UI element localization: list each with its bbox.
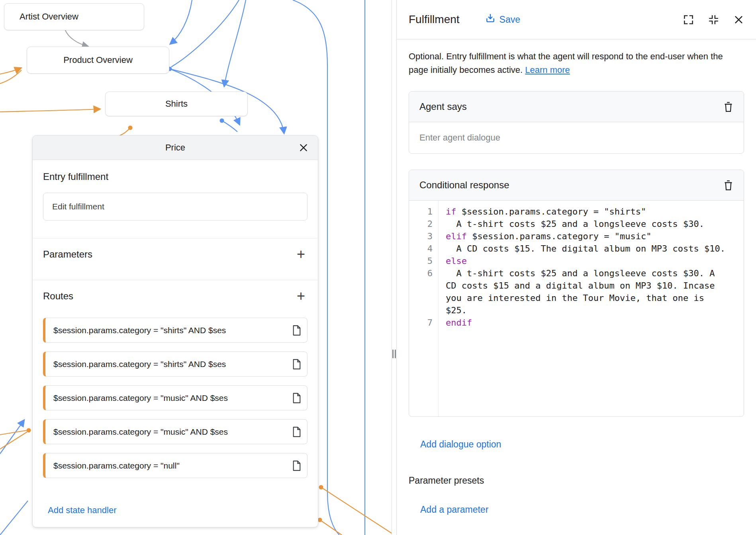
- node-artist-overview[interactable]: Artist Overview: [4, 3, 144, 30]
- route-item[interactable]: $session.params.category = "shirts" AND …: [43, 351, 307, 377]
- route-item[interactable]: $session.params.category = "music" AND $…: [43, 385, 307, 410]
- route-condition: $session.params.category = "shirts" AND …: [53, 359, 289, 369]
- fulfillment-panel: Fulfillment Save: [397, 0, 756, 535]
- fullscreen-icon[interactable]: [683, 14, 694, 25]
- add-parameter-plus-icon[interactable]: +: [294, 247, 307, 262]
- add-state-handler-link[interactable]: Add state handler: [43, 505, 307, 515]
- line-number: 7: [409, 316, 439, 329]
- edit-fulfillment-label: Edit fulfillment: [52, 202, 104, 211]
- save-button[interactable]: Save: [485, 13, 520, 26]
- line-number: 6: [409, 267, 439, 316]
- parameters-heading: Parameters: [43, 249, 92, 260]
- route-item[interactable]: $session.params.category = "shirts" AND …: [43, 318, 307, 343]
- add-a-parameter-link[interactable]: Add a parameter: [420, 504, 744, 515]
- node-label: Product Overview: [63, 55, 133, 65]
- node-shirts[interactable]: Shirts: [105, 92, 248, 116]
- route-condition: $session.params.category = "music" AND $…: [53, 427, 289, 437]
- exit-fullscreen-icon[interactable]: [708, 14, 719, 25]
- conditional-response-card: Conditional response 1 if $session.param…: [409, 170, 744, 417]
- save-label: Save: [499, 14, 520, 25]
- document-icon[interactable]: [292, 427, 302, 437]
- delete-icon[interactable]: [723, 102, 733, 112]
- panel-header: Fulfillment Save: [397, 0, 756, 39]
- routes-heading: Routes: [43, 291, 73, 302]
- code-text: endif: [439, 316, 737, 329]
- route-condition: $session.params.category = "shirts" AND …: [53, 326, 289, 335]
- panel-title: Fulfillment: [409, 13, 460, 26]
- document-icon[interactable]: [292, 325, 302, 336]
- price-card-body: Entry fulfillment Edit fulfillment Param…: [33, 171, 318, 515]
- route-item[interactable]: $session.params.category = "music" AND $…: [43, 419, 307, 444]
- agent-says-card: Agent says: [409, 91, 744, 154]
- code-line: 5 else: [409, 255, 744, 267]
- add-route-plus-icon[interactable]: +: [294, 289, 307, 303]
- panel-splitter: [392, 0, 397, 535]
- document-icon[interactable]: [292, 393, 302, 403]
- agent-says-header: Agent says: [409, 92, 744, 122]
- conditional-response-header: Conditional response: [409, 170, 744, 201]
- close-icon[interactable]: [298, 142, 309, 153]
- line-number: 1: [409, 201, 439, 218]
- node-label: Shirts: [165, 99, 188, 109]
- price-node-card: Price Entry fulfillment Edit fulfillment…: [32, 135, 318, 527]
- document-icon[interactable]: [292, 461, 302, 471]
- agent-says-body: [409, 122, 744, 153]
- save-icon: [485, 13, 496, 26]
- price-card-header: Price: [33, 136, 318, 160]
- code-line: 3 elif $session.params.category = "music…: [409, 230, 744, 242]
- code-text: A t-shirt costs $25 and a longsleeve cos…: [439, 218, 737, 230]
- parameter-presets-heading: Parameter presets: [409, 475, 744, 486]
- price-card-title: Price: [165, 143, 185, 153]
- code-line: 7 endif: [409, 316, 744, 329]
- code-text: else: [439, 255, 737, 267]
- agent-says-title: Agent says: [419, 101, 467, 112]
- add-dialogue-option-link[interactable]: Add dialogue option: [420, 439, 744, 450]
- node-product-overview[interactable]: Product Overview: [27, 47, 169, 74]
- learn-more-link[interactable]: Learn more: [525, 65, 570, 75]
- line-number: 2: [409, 218, 439, 230]
- condition-code-editor[interactable]: 1 if $session.params.category = "shirts"…: [409, 201, 744, 416]
- agent-dialogue-input[interactable]: [419, 133, 733, 143]
- document-icon[interactable]: [292, 359, 302, 369]
- code-line: 2 A t-shirt costs $25 and a longsleeve c…: [409, 218, 744, 230]
- code-line: 4 A CD costs $15. The digital album on M…: [409, 242, 744, 255]
- line-number: 4: [409, 242, 439, 255]
- line-number: 5: [409, 255, 439, 267]
- code-text: A t-shirt costs $25 and a longsleeve cos…: [439, 267, 737, 316]
- code-text: A CD costs $15. The digital album on MP3…: [439, 242, 737, 255]
- parameters-row: Parameters +: [43, 238, 307, 270]
- node-label: Artist Overview: [20, 12, 78, 22]
- code-gutter-filler: [409, 329, 744, 416]
- dialogflow-page-editor: Artist Overview Product Overview Shirts …: [0, 0, 756, 535]
- panel-header-icons: [683, 14, 744, 25]
- panel-description: Optional. Entry fulfillment is what the …: [409, 50, 736, 77]
- route-condition: $session.params.category = "null": [53, 461, 289, 471]
- code-text: elif $session.params.category = "music": [439, 230, 737, 242]
- line-number: 3: [409, 230, 439, 242]
- close-panel-icon[interactable]: [733, 14, 744, 25]
- edit-fulfillment-button[interactable]: Edit fulfillment: [43, 193, 307, 221]
- splitter-drag-handle[interactable]: [392, 350, 396, 359]
- entry-fulfillment-heading: Entry fulfillment: [43, 171, 307, 182]
- panel-content: Optional. Entry fulfillment is what the …: [397, 39, 756, 515]
- routes-row: Routes +: [43, 280, 307, 312]
- route-item[interactable]: $session.params.category = "null": [43, 453, 307, 478]
- code-line: 6 A t-shirt costs $25 and a longsleeve c…: [409, 267, 744, 316]
- code-text: if $session.params.category = "shirts": [439, 201, 737, 218]
- conditional-response-title: Conditional response: [419, 180, 509, 191]
- routes-list: $session.params.category = "shirts" AND …: [43, 318, 307, 478]
- code-line: 1 if $session.params.category = "shirts": [409, 201, 744, 218]
- route-condition: $session.params.category = "music" AND $…: [53, 393, 289, 403]
- flow-canvas[interactable]: Artist Overview Product Overview Shirts …: [0, 0, 392, 535]
- delete-icon[interactable]: [723, 180, 733, 191]
